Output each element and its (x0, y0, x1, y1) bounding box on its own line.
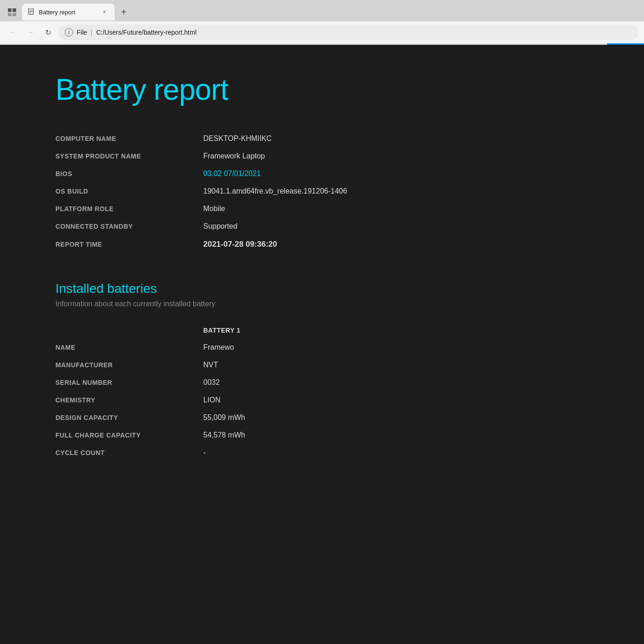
battery-label-design-capacity: DESIGN CAPACITY (55, 414, 203, 421)
tab-title: Battery report (39, 9, 97, 16)
battery-value-manufacturer: NVT (203, 361, 218, 369)
loading-bar (0, 43, 644, 45)
label-platform-role: PLATFORM ROLE (55, 205, 203, 213)
battery-label-manufacturer: MANUFACTURER (55, 361, 203, 369)
address-info-icon: i (65, 28, 73, 36)
battery-row-cycle-count: CYCLE COUNT - (55, 444, 589, 462)
info-row-computer-name: COMPUTER NAME DESKTOP-KHMIIKC (55, 130, 589, 147)
svg-rect-1 (12, 8, 16, 12)
nav-bar: ← → ↻ i File | C:/Users/Future/battery-r… (0, 21, 644, 43)
battery-value-design-capacity: 55,009 mWh (203, 413, 245, 422)
battery-value-cycle-count: - (203, 449, 206, 457)
value-connected-standby: Supported (203, 222, 237, 231)
browser-chrome: Battery report × + ← → ↻ i File | C:/Use… (0, 0, 644, 45)
battery-row-chemistry: CHEMISTRY LION (55, 391, 589, 409)
label-report-time: REPORT TIME (55, 241, 203, 248)
new-tab-button[interactable]: + (116, 5, 131, 19)
file-label: File (77, 29, 87, 36)
battery-row-design-capacity: DESIGN CAPACITY 55,009 mWh (55, 409, 589, 426)
page-content: Battery report COMPUTER NAME DESKTOP-KHM… (0, 45, 644, 644)
info-row-connected-standby: CONNECTED STANDBY Supported (55, 218, 589, 235)
info-row-os-build: OS BUILD 19041.1.amd64fre.vb_release.191… (55, 182, 589, 200)
battery-label-chemistry: CHEMISTRY (55, 396, 203, 404)
address-url: C:/Users/Future/battery-report.html (96, 29, 196, 36)
svg-rect-2 (8, 13, 12, 16)
tab-bar: Battery report × + (0, 0, 644, 21)
info-row-platform-role: PLATFORM ROLE Mobile (55, 200, 589, 218)
label-system-product-name: SYSTEM PRODUCT NAME (55, 152, 203, 160)
battery-row-manufacturer: MANUFACTURER NVT (55, 356, 589, 374)
value-system-product-name: Framework Laptop (203, 152, 265, 160)
battery-label-name: NAME (55, 344, 203, 351)
battery-label-cycle-count: CYCLE COUNT (55, 449, 203, 456)
info-row-report-time: REPORT TIME 2021-07-28 09:36:20 (55, 235, 589, 254)
info-row-system-product-name: SYSTEM PRODUCT NAME Framework Laptop (55, 147, 589, 165)
tab-close-button[interactable]: × (100, 7, 109, 17)
back-button[interactable]: ← (6, 25, 20, 40)
value-platform-role: Mobile (203, 205, 225, 213)
page-title: Battery report (55, 73, 589, 107)
installed-batteries-title: Installed batteries (55, 281, 589, 296)
refresh-button[interactable]: ↻ (41, 25, 55, 40)
value-bios: 03.02 07/01/2021 (203, 170, 261, 178)
label-computer-name: COMPUTER NAME (55, 135, 203, 142)
svg-rect-3 (12, 13, 16, 16)
browser-menu-icon[interactable] (4, 4, 20, 20)
battery-label-serial-number: SERIAL NUMBER (55, 379, 203, 386)
battery-value-name: Framewo (203, 343, 234, 352)
system-info-table: COMPUTER NAME DESKTOP-KHMIIKC SYSTEM PRO… (55, 130, 589, 254)
battery-value-full-charge-capacity: 54,578 mWh (203, 431, 245, 439)
installed-batteries-subtitle: Information about each currently install… (55, 300, 589, 308)
battery-row-name: NAME Framewo (55, 339, 589, 356)
value-report-time: 2021-07-28 09:36:20 (203, 240, 277, 249)
battery-table: BATTERY 1 NAME Framewo MANUFACTURER NVT … (55, 327, 589, 462)
address-bar[interactable]: i File | C:/Users/Future/battery-report.… (58, 24, 638, 40)
battery-label-full-charge-capacity: FULL CHARGE CAPACITY (55, 431, 203, 439)
value-os-build: 19041.1.amd64fre.vb_release.191206-1406 (203, 187, 347, 195)
value-computer-name: DESKTOP-KHMIIKC (203, 134, 272, 143)
address-separator: | (91, 29, 93, 36)
label-bios: BIOS (55, 170, 203, 177)
label-connected-standby: CONNECTED STANDBY (55, 223, 203, 230)
label-os-build: OS BUILD (55, 188, 203, 195)
battery-header-row: BATTERY 1 (55, 327, 589, 334)
battery-header-spacer (55, 327, 203, 334)
svg-rect-0 (8, 8, 12, 12)
info-row-bios: BIOS 03.02 07/01/2021 (55, 165, 589, 182)
battery-col-header: BATTERY 1 (203, 327, 240, 334)
tab-favicon-icon (28, 8, 35, 16)
active-tab[interactable]: Battery report × (22, 4, 115, 20)
loading-bar-fill (607, 43, 644, 45)
battery-value-serial-number: 0032 (203, 378, 220, 387)
battery-row-serial-number: SERIAL NUMBER 0032 (55, 374, 589, 391)
battery-row-full-charge-capacity: FULL CHARGE CAPACITY 54,578 mWh (55, 426, 589, 444)
forward-button[interactable]: → (23, 25, 38, 40)
installed-batteries-section: Installed batteries Information about ea… (55, 281, 589, 462)
battery-value-chemistry: LION (203, 396, 220, 404)
